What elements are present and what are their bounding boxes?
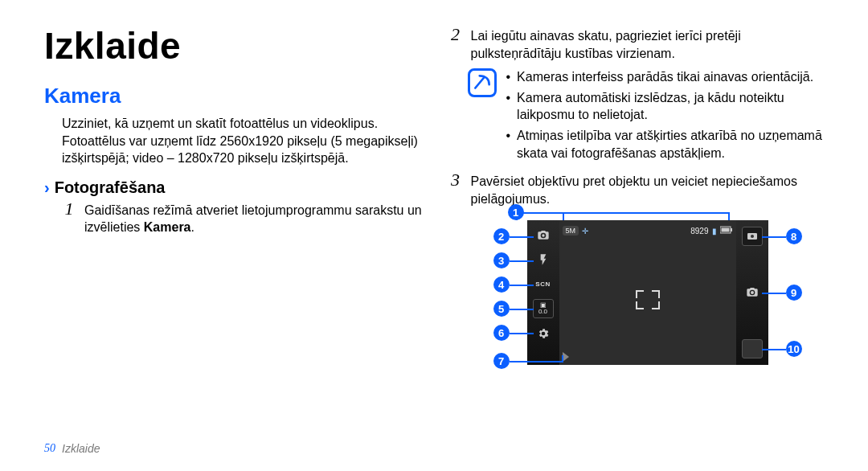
callout-lead — [562, 355, 563, 362]
svg-point-5 — [751, 235, 754, 238]
step-text: Gaidīšanas režīmā atveriet lietojumprogr… — [84, 202, 424, 236]
camera-left-panel: SCN ▣ 0.0 — [527, 220, 559, 365]
switch-camera-icon[interactable] — [534, 227, 553, 244]
note-text: Kamera automātiski izslēdzas, ja kādu no… — [517, 89, 828, 124]
exposure-value: 0.0 — [538, 309, 547, 315]
note-text: Atmiņas ietilpība var atšķirties atkarīb… — [517, 127, 828, 162]
page-title: Izklaide — [44, 24, 424, 68]
callout-badge: 2 — [493, 228, 510, 244]
battery-icon — [720, 226, 733, 236]
callout-lead — [510, 361, 562, 362]
callout-badge: 4 — [493, 276, 510, 293]
gps-icon: ✛ — [582, 227, 588, 236]
storage-icon: ▮ — [712, 227, 717, 236]
intro-paragraph: Uzziniet, kā uzņemt un skatīt fotoattēlu… — [44, 115, 424, 167]
callout-bracket — [563, 212, 730, 219]
resolution-badge: 5M — [563, 226, 579, 236]
camera-status-bar: 5M ✛ 8929 ▮ — [563, 223, 733, 238]
step-number: 3 — [448, 171, 463, 207]
camera-viewfinder[interactable]: 5M ✛ 8929 ▮ — [559, 220, 736, 365]
page-number: 50 — [44, 442, 55, 455]
shots-remaining: 8929 — [690, 227, 708, 236]
step-text: Pavērsiet objektīvu pret objektu un veic… — [471, 173, 829, 207]
callout-lead — [510, 333, 534, 334]
callout-lead — [510, 236, 534, 238]
flash-icon[interactable] — [534, 251, 553, 268]
note-icon — [468, 68, 497, 97]
svg-point-0 — [542, 235, 544, 237]
callout-badge: 7 — [493, 353, 510, 369]
gallery-thumbnail[interactable] — [742, 339, 763, 358]
sub-heading: Fotografēšana — [55, 178, 166, 197]
footer-section: Izklaide — [62, 442, 100, 455]
callout-badge: 10 — [786, 341, 802, 357]
callout-lead — [762, 349, 786, 350]
scene-mode-icon[interactable]: SCN — [534, 275, 553, 293]
expand-icon[interactable] — [563, 352, 569, 362]
settings-icon[interactable] — [534, 325, 553, 342]
shutter-button[interactable] — [740, 281, 764, 305]
step-text-part: . — [191, 220, 194, 234]
chevron-icon: › — [44, 179, 50, 195]
step-text-part: Gaidīšanas režīmā atveriet lietojumprogr… — [84, 203, 422, 235]
callout-badge: 9 — [786, 285, 802, 301]
bullet-dot: • — [506, 89, 511, 124]
step-text: Lai iegūtu ainavas skatu, pagrieziet ier… — [471, 27, 829, 62]
bullet-dot: • — [506, 127, 511, 162]
camera-preview: SCN ▣ 0.0 5M ✛ — [527, 220, 768, 365]
page-footer: 50 Izklaide — [44, 442, 100, 455]
step-text-bold: Kamera — [144, 220, 191, 234]
section-heading: Kamera — [44, 84, 424, 109]
callout-lead — [762, 236, 786, 238]
note-text: Kameras interfeiss parādās tikai ainavas… — [517, 68, 813, 86]
focus-brackets-icon — [636, 290, 660, 309]
callout-lead — [510, 285, 534, 286]
callout-badge: 8 — [786, 228, 802, 244]
callout-badge: 3 — [493, 252, 510, 268]
callout-badge: 6 — [493, 325, 510, 341]
callout-lead — [762, 293, 786, 294]
callout-lead — [510, 309, 534, 310]
svg-rect-2 — [731, 228, 732, 231]
camera-figure: 1 2 3 4 5 6 7 8 9 10 — [471, 212, 841, 381]
callout-lead — [510, 260, 534, 262]
mode-switch-icon[interactable] — [742, 227, 763, 246]
exposure-icon[interactable]: ▣ 0.0 — [533, 299, 554, 318]
callout-badge: 1 — [508, 204, 524, 220]
callout-badge: 5 — [493, 301, 510, 317]
svg-rect-3 — [721, 228, 729, 232]
step-number: 1 — [62, 200, 76, 236]
bullet-dot: • — [506, 68, 511, 86]
svg-point-6 — [751, 291, 754, 294]
step-number: 2 — [448, 26, 463, 62]
